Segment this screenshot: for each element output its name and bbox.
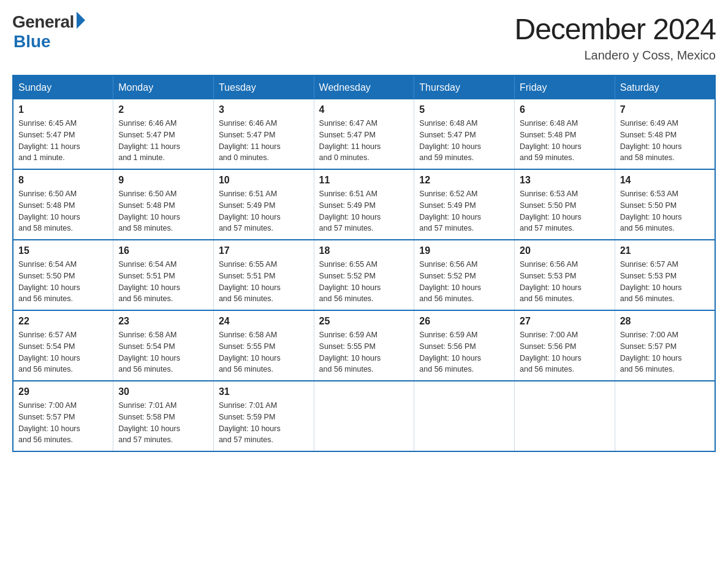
day-info: Sunrise: 6:53 AMSunset: 5:50 PMDaylight:…: [520, 188, 610, 234]
day-info: Sunrise: 6:47 AMSunset: 5:47 PMDaylight:…: [319, 118, 409, 164]
calendar-week-row: 22Sunrise: 6:57 AMSunset: 5:54 PMDayligh…: [13, 310, 715, 381]
calendar-cell: [314, 381, 414, 451]
title-area: December 2024 Landero y Coss, Mexico: [514, 12, 716, 63]
calendar-cell: 6Sunrise: 6:48 AMSunset: 5:48 PMDaylight…: [515, 99, 615, 169]
day-info: Sunrise: 6:51 AMSunset: 5:49 PMDaylight:…: [319, 188, 409, 234]
calendar-cell: 19Sunrise: 6:56 AMSunset: 5:52 PMDayligh…: [414, 240, 515, 310]
calendar-cell: 4Sunrise: 6:47 AMSunset: 5:47 PMDaylight…: [314, 99, 414, 169]
day-info: Sunrise: 6:49 AMSunset: 5:48 PMDaylight:…: [620, 118, 710, 164]
day-info: Sunrise: 6:55 AMSunset: 5:52 PMDaylight:…: [319, 259, 409, 305]
day-number: 2: [118, 104, 208, 115]
day-number: 9: [118, 175, 208, 186]
calendar-cell: 1Sunrise: 6:45 AMSunset: 5:47 PMDaylight…: [13, 99, 113, 169]
day-info: Sunrise: 6:48 AMSunset: 5:47 PMDaylight:…: [419, 118, 509, 164]
month-title: December 2024: [514, 12, 716, 46]
logo-arrow-icon: [77, 12, 85, 29]
day-number: 19: [419, 245, 509, 256]
calendar-cell: 23Sunrise: 6:58 AMSunset: 5:54 PMDayligh…: [113, 310, 214, 381]
day-info: Sunrise: 6:54 AMSunset: 5:51 PMDaylight:…: [118, 259, 208, 305]
day-number: 12: [419, 175, 509, 186]
day-number: 18: [319, 245, 409, 256]
day-info: Sunrise: 6:59 AMSunset: 5:56 PMDaylight:…: [419, 329, 509, 375]
day-number: 11: [319, 175, 409, 186]
calendar-week-row: 15Sunrise: 6:54 AMSunset: 5:50 PMDayligh…: [13, 240, 715, 310]
day-number: 14: [620, 175, 710, 186]
calendar-cell: 26Sunrise: 6:59 AMSunset: 5:56 PMDayligh…: [414, 310, 515, 381]
day-number: 16: [118, 245, 208, 256]
day-number: 31: [219, 386, 309, 397]
day-info: Sunrise: 6:54 AMSunset: 5:50 PMDaylight:…: [18, 259, 108, 305]
calendar-cell: 12Sunrise: 6:52 AMSunset: 5:49 PMDayligh…: [414, 169, 515, 240]
calendar-cell: 11Sunrise: 6:51 AMSunset: 5:49 PMDayligh…: [314, 169, 414, 240]
calendar-cell: 27Sunrise: 7:00 AMSunset: 5:56 PMDayligh…: [515, 310, 615, 381]
calendar-cell: [414, 381, 515, 451]
day-info: Sunrise: 6:45 AMSunset: 5:47 PMDaylight:…: [18, 118, 108, 164]
day-number: 27: [520, 316, 610, 327]
calendar-day-header: Thursday: [414, 75, 515, 99]
calendar-table: SundayMondayTuesdayWednesdayThursdayFrid…: [12, 75, 716, 452]
calendar-cell: 30Sunrise: 7:01 AMSunset: 5:58 PMDayligh…: [113, 381, 214, 451]
calendar-cell: 9Sunrise: 6:50 AMSunset: 5:48 PMDaylight…: [113, 169, 214, 240]
calendar-day-header: Friday: [515, 75, 615, 99]
day-info: Sunrise: 7:00 AMSunset: 5:57 PMDaylight:…: [620, 329, 710, 375]
day-number: 8: [18, 175, 108, 186]
calendar-day-header: Tuesday: [213, 75, 314, 99]
calendar-cell: [515, 381, 615, 451]
calendar-cell: 5Sunrise: 6:48 AMSunset: 5:47 PMDaylight…: [414, 99, 515, 169]
day-number: 20: [520, 245, 610, 256]
day-number: 1: [18, 104, 108, 115]
day-info: Sunrise: 6:58 AMSunset: 5:54 PMDaylight:…: [118, 329, 208, 375]
day-number: 22: [18, 316, 108, 327]
calendar-cell: 29Sunrise: 7:00 AMSunset: 5:57 PMDayligh…: [13, 381, 113, 451]
calendar-day-header: Saturday: [615, 75, 715, 99]
day-number: 4: [319, 104, 409, 115]
day-info: Sunrise: 6:59 AMSunset: 5:55 PMDaylight:…: [319, 329, 409, 375]
day-info: Sunrise: 7:00 AMSunset: 5:57 PMDaylight:…: [18, 400, 108, 446]
day-number: 30: [118, 386, 208, 397]
day-number: 29: [18, 386, 108, 397]
day-info: Sunrise: 6:52 AMSunset: 5:49 PMDaylight:…: [419, 188, 509, 234]
day-info: Sunrise: 6:50 AMSunset: 5:48 PMDaylight:…: [118, 188, 208, 234]
logo-blue-text: Blue: [13, 32, 51, 52]
calendar-cell: 13Sunrise: 6:53 AMSunset: 5:50 PMDayligh…: [515, 169, 615, 240]
calendar-cell: 3Sunrise: 6:46 AMSunset: 5:47 PMDaylight…: [213, 99, 314, 169]
day-number: 5: [419, 104, 509, 115]
day-info: Sunrise: 6:50 AMSunset: 5:48 PMDaylight:…: [18, 188, 108, 234]
calendar-cell: 18Sunrise: 6:55 AMSunset: 5:52 PMDayligh…: [314, 240, 414, 310]
day-info: Sunrise: 6:53 AMSunset: 5:50 PMDaylight:…: [620, 188, 710, 234]
calendar-header-row: SundayMondayTuesdayWednesdayThursdayFrid…: [13, 75, 715, 99]
day-info: Sunrise: 6:57 AMSunset: 5:53 PMDaylight:…: [620, 259, 710, 305]
calendar-cell: 24Sunrise: 6:58 AMSunset: 5:55 PMDayligh…: [213, 310, 314, 381]
calendar-day-header: Monday: [113, 75, 214, 99]
calendar-day-header: Sunday: [13, 75, 113, 99]
calendar-cell: 28Sunrise: 7:00 AMSunset: 5:57 PMDayligh…: [615, 310, 715, 381]
page-header: General Blue December 2024 Landero y Cos…: [12, 12, 716, 63]
location-title: Landero y Coss, Mexico: [514, 48, 716, 63]
calendar-cell: 17Sunrise: 6:55 AMSunset: 5:51 PMDayligh…: [213, 240, 314, 310]
calendar-cell: 8Sunrise: 6:50 AMSunset: 5:48 PMDaylight…: [13, 169, 113, 240]
calendar-week-row: 8Sunrise: 6:50 AMSunset: 5:48 PMDaylight…: [13, 169, 715, 240]
day-info: Sunrise: 6:56 AMSunset: 5:52 PMDaylight:…: [419, 259, 509, 305]
day-info: Sunrise: 6:46 AMSunset: 5:47 PMDaylight:…: [219, 118, 309, 164]
day-info: Sunrise: 6:57 AMSunset: 5:54 PMDaylight:…: [18, 329, 108, 375]
day-number: 13: [520, 175, 610, 186]
day-number: 24: [219, 316, 309, 327]
day-number: 7: [620, 104, 710, 115]
day-info: Sunrise: 7:01 AMSunset: 5:58 PMDaylight:…: [118, 400, 208, 446]
day-number: 6: [520, 104, 610, 115]
day-info: Sunrise: 6:58 AMSunset: 5:55 PMDaylight:…: [219, 329, 309, 375]
calendar-cell: 2Sunrise: 6:46 AMSunset: 5:47 PMDaylight…: [113, 99, 214, 169]
calendar-cell: 14Sunrise: 6:53 AMSunset: 5:50 PMDayligh…: [615, 169, 715, 240]
calendar-week-row: 1Sunrise: 6:45 AMSunset: 5:47 PMDaylight…: [13, 99, 715, 169]
calendar-cell: 21Sunrise: 6:57 AMSunset: 5:53 PMDayligh…: [615, 240, 715, 310]
day-info: Sunrise: 6:51 AMSunset: 5:49 PMDaylight:…: [219, 188, 309, 234]
calendar-cell: 15Sunrise: 6:54 AMSunset: 5:50 PMDayligh…: [13, 240, 113, 310]
calendar-cell: [615, 381, 715, 451]
day-info: Sunrise: 6:55 AMSunset: 5:51 PMDaylight:…: [219, 259, 309, 305]
calendar-cell: 10Sunrise: 6:51 AMSunset: 5:49 PMDayligh…: [213, 169, 314, 240]
logo-general-text: General: [12, 12, 74, 32]
calendar-cell: 31Sunrise: 7:01 AMSunset: 5:59 PMDayligh…: [213, 381, 314, 451]
calendar-cell: 7Sunrise: 6:49 AMSunset: 5:48 PMDaylight…: [615, 99, 715, 169]
day-number: 23: [118, 316, 208, 327]
calendar-cell: 20Sunrise: 6:56 AMSunset: 5:53 PMDayligh…: [515, 240, 615, 310]
